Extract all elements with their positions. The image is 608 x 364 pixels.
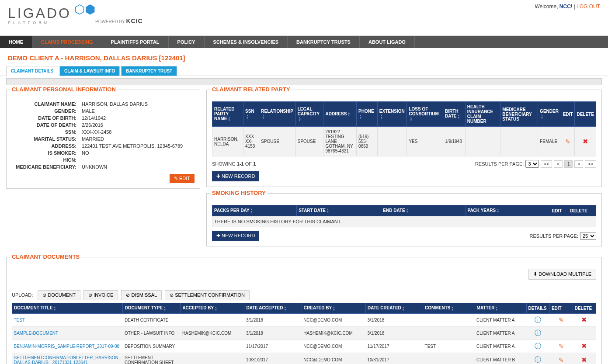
cell-date-created: 10/31/2017	[365, 353, 423, 364]
page-first[interactable]: <<	[541, 160, 552, 168]
col-matter[interactable]: MATTER	[475, 303, 526, 313]
cell-ext	[377, 127, 407, 156]
smoking-table: PACKS PER DAY START DATE END DATE PACK Y…	[212, 205, 596, 227]
label-dod: DATE OF DEATH:	[12, 122, 82, 128]
col-gender[interactable]: GENDER	[538, 102, 561, 127]
col-related-name[interactable]: RELATED PARTY NAME	[212, 102, 243, 127]
col-acc-by[interactable]: ACCEPTED BY	[181, 303, 244, 313]
cell-doc-type: OTHER - LAWSUIT INFO	[123, 326, 181, 340]
edit-personal-button[interactable]: EDIT	[170, 174, 195, 183]
col-created-by[interactable]: CREATED BY	[302, 303, 365, 313]
download-multiple-button[interactable]: DOWNLOAD MULTIPLE	[528, 269, 596, 280]
delete-icon[interactable]: ✖	[581, 356, 587, 364]
info-icon[interactable]: ⓘ	[535, 356, 541, 363]
nav-plaintiffs-portal[interactable]: PLAINTIFFS PORTAL	[102, 36, 169, 48]
cell-comments	[423, 353, 475, 364]
upload-settlement-button[interactable]: SETTLEMENT CONFIRMATION	[165, 290, 250, 300]
tabs: CLAIMANT DETAILS CLAIM & LAWSUIT INFO BA…	[0, 66, 608, 76]
col-comments[interactable]: COMMENTS	[423, 303, 475, 313]
col-acc-date[interactable]: DATE ACCEPTED	[244, 303, 302, 313]
value-address: 122401 TEST AVE METROPOLIS, 12345-6789	[82, 143, 195, 149]
label-medicare: MEDICARE BENEFICIARY:	[12, 164, 82, 170]
col-extension[interactable]: EXTENSION	[377, 102, 407, 127]
col-medicare-status[interactable]: MEDICARE BENEFICIARY STATUS	[500, 102, 538, 127]
col-phone[interactable]: PHONE	[357, 102, 378, 127]
doc-title-link[interactable]: BENJAMIN-MORRIS_SAMPLE-REPORT_2017-09-08	[14, 344, 120, 349]
logout-link[interactable]: LOG OUT	[577, 3, 600, 10]
tab-bankruptcy-trust[interactable]: BANKRUPTCY TRUST	[121, 66, 177, 76]
col-birth-date[interactable]: BIRTH DATE	[443, 102, 466, 127]
page-current[interactable]: 1	[564, 160, 573, 168]
doc-title-link[interactable]: TEST	[14, 318, 25, 322]
col-loss-consortium[interactable]: LOSS OF CONSORTIUM	[407, 102, 443, 127]
upload-invoice-button[interactable]: INVOICE	[83, 290, 118, 300]
delete-icon[interactable]: ✖	[581, 342, 587, 350]
cell-matter: CLIENT MATTER A	[475, 340, 526, 353]
nav-bankruptcy-trusts[interactable]: BANKRUPTCY TRUSTS	[288, 36, 360, 48]
col-legal-capacity[interactable]: LEGAL CAPACITY	[295, 102, 323, 127]
value-dob: 12/14/1942	[82, 115, 195, 121]
info-icon[interactable]: ⓘ	[535, 342, 541, 350]
edit-icon[interactable]: ✎	[559, 357, 564, 364]
col-ssn[interactable]: SSN	[243, 102, 259, 127]
col-end[interactable]: END DATE	[381, 205, 466, 216]
edit-icon[interactable]: ✎	[559, 343, 564, 350]
rpp-select[interactable]: 3	[525, 160, 539, 168]
nav-claims-processing[interactable]: CLAIMS PROCESSING	[32, 36, 102, 48]
page-title: DEMO CLIENT A - HARRISON, DALLAS DARIUS …	[0, 48, 608, 66]
delete-icon[interactable]: ✖	[583, 138, 588, 145]
label-marital: MARITAL STATUS:	[12, 136, 82, 142]
new-record-smoking-button[interactable]: NEW RECORD	[212, 231, 259, 241]
info-icon[interactable]: ⓘ	[535, 316, 541, 323]
documents-table: DOCUMENT TITLE DOCUMENT TYPE ACCEPTED BY…	[12, 303, 596, 364]
col-details: DETAILS	[526, 303, 549, 313]
value-marital: MARRIED	[82, 136, 195, 142]
tab-claim-lawsuit[interactable]: CLAIM & LAWSUIT INFO	[59, 66, 120, 76]
value-ssn: XXX-XX-2458	[82, 129, 195, 135]
col-doc-title[interactable]: DOCUMENT TITLE	[12, 303, 123, 313]
col-packs[interactable]: PACKS PER DAY	[212, 205, 297, 216]
new-record-related-button[interactable]: NEW RECORD	[212, 171, 259, 181]
doc-title-link[interactable]: SETTLEMENTCONFIRMATIONLETTER_HARRISON,-D…	[14, 355, 121, 364]
docs-legend: CLAIMANT DOCUMENTS	[10, 253, 81, 260]
rpp-select-sm[interactable]: 25	[580, 232, 596, 240]
page-prev[interactable]: <	[554, 160, 563, 168]
col-address[interactable]: ADDRESS	[323, 102, 357, 127]
col-relationship[interactable]: RELATIONSHIP	[259, 102, 295, 127]
cell-acc-date: 3/1/2018	[244, 326, 302, 340]
col-pack-years[interactable]: PACK YEARS	[466, 205, 550, 216]
label-hicn: HICN:	[12, 157, 82, 163]
col-edit-sm: EDIT	[550, 205, 568, 216]
col-hicn[interactable]: HEALTH INSURANCE CLAIM NUMBER	[465, 102, 500, 127]
upload-document-button[interactable]: DOCUMENT	[38, 290, 80, 300]
edit-icon[interactable]: ✎	[559, 316, 564, 323]
logo-text: LIGADO	[8, 5, 71, 21]
document-row: BENJAMIN-MORRIS_SAMPLE-REPORT_2017-09-08…	[12, 340, 596, 353]
nav-schemes[interactable]: SCHEMES & INSOLVENCIES	[205, 36, 288, 48]
nav-about[interactable]: ABOUT LIGADO	[360, 36, 415, 48]
col-edit-d: EDIT	[549, 303, 573, 313]
nav-home[interactable]: HOME	[0, 36, 32, 48]
value-gender: MALE	[82, 108, 195, 114]
cell-loss: YES	[407, 127, 443, 156]
nav-policy[interactable]: POLICY	[169, 36, 205, 48]
info-icon[interactable]: ⓘ	[535, 329, 541, 336]
delete-icon[interactable]: ✖	[581, 316, 587, 323]
doc-title-link[interactable]: SAMPLE-DOCUMENT	[14, 331, 59, 336]
col-doc-type[interactable]: DOCUMENT TYPE	[123, 303, 181, 313]
hex-icon: ⬡⬢	[74, 2, 95, 17]
upload-dismissal-button[interactable]: DISMISSAL	[121, 290, 162, 300]
col-edit: EDIT	[561, 102, 575, 127]
col-start[interactable]: START DATE	[297, 205, 381, 216]
page-last[interactable]: >>	[585, 160, 596, 168]
page-next[interactable]: >	[574, 160, 583, 168]
smoking-history-panel: SMOKING HISTORY PACKS PER DAY START DATE…	[206, 193, 602, 246]
cell-doc-type: DEPOSITION SUMMARY	[123, 340, 181, 353]
label-smoker: IS SMOKER:	[12, 150, 82, 156]
edit-icon[interactable]: ✎	[565, 138, 570, 145]
related-party-row: HARRISON, NELDA XXX-XX-4153 SPOUSE SPOUS…	[212, 127, 596, 156]
cell-created-by: NCC@DEMO.COM	[302, 340, 365, 353]
cell-addr: 291922 TESTING LANE GOTHAM, NY 98765-432…	[323, 127, 357, 156]
col-date-created[interactable]: DATE CREATED	[365, 303, 423, 313]
tab-claimant-details[interactable]: CLAIMANT DETAILS	[6, 66, 58, 76]
